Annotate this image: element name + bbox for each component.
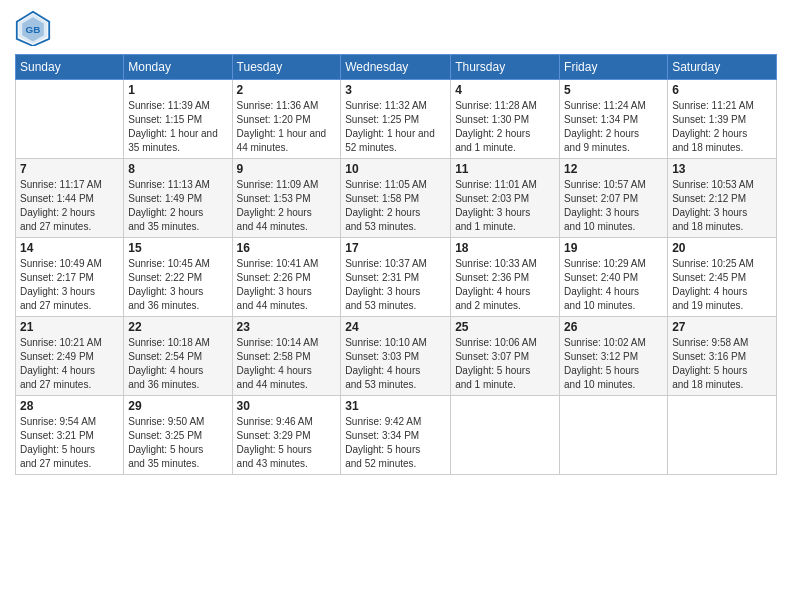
day-number: 2	[237, 83, 337, 97]
week-row-2: 7Sunrise: 11:17 AM Sunset: 1:44 PM Dayli…	[16, 159, 777, 238]
day-number: 17	[345, 241, 446, 255]
day-cell: 10Sunrise: 11:05 AM Sunset: 1:58 PM Dayl…	[341, 159, 451, 238]
day-cell	[451, 396, 560, 475]
day-cell: 7Sunrise: 11:17 AM Sunset: 1:44 PM Dayli…	[16, 159, 124, 238]
day-info: Sunrise: 10:10 AM Sunset: 3:03 PM Daylig…	[345, 336, 446, 392]
week-row-3: 14Sunrise: 10:49 AM Sunset: 2:17 PM Dayl…	[16, 238, 777, 317]
header: GB	[15, 10, 777, 46]
day-info: Sunrise: 10:02 AM Sunset: 3:12 PM Daylig…	[564, 336, 663, 392]
day-number: 19	[564, 241, 663, 255]
day-info: Sunrise: 10:29 AM Sunset: 2:40 PM Daylig…	[564, 257, 663, 313]
day-cell: 16Sunrise: 10:41 AM Sunset: 2:26 PM Dayl…	[232, 238, 341, 317]
day-cell: 25Sunrise: 10:06 AM Sunset: 3:07 PM Dayl…	[451, 317, 560, 396]
day-number: 15	[128, 241, 227, 255]
day-cell: 27Sunrise: 9:58 AM Sunset: 3:16 PM Dayli…	[668, 317, 777, 396]
header-cell-sunday: Sunday	[16, 55, 124, 80]
day-info: Sunrise: 11:21 AM Sunset: 1:39 PM Daylig…	[672, 99, 772, 155]
day-info: Sunrise: 10:53 AM Sunset: 2:12 PM Daylig…	[672, 178, 772, 234]
day-number: 6	[672, 83, 772, 97]
day-info: Sunrise: 10:49 AM Sunset: 2:17 PM Daylig…	[20, 257, 119, 313]
day-info: Sunrise: 10:14 AM Sunset: 2:58 PM Daylig…	[237, 336, 337, 392]
day-number: 29	[128, 399, 227, 413]
day-cell: 18Sunrise: 10:33 AM Sunset: 2:36 PM Dayl…	[451, 238, 560, 317]
day-number: 4	[455, 83, 555, 97]
day-info: Sunrise: 9:58 AM Sunset: 3:16 PM Dayligh…	[672, 336, 772, 392]
day-info: Sunrise: 11:24 AM Sunset: 1:34 PM Daylig…	[564, 99, 663, 155]
day-cell: 2Sunrise: 11:36 AM Sunset: 1:20 PM Dayli…	[232, 80, 341, 159]
day-cell: 12Sunrise: 10:57 AM Sunset: 2:07 PM Dayl…	[560, 159, 668, 238]
day-cell	[16, 80, 124, 159]
day-cell: 1Sunrise: 11:39 AM Sunset: 1:15 PM Dayli…	[124, 80, 232, 159]
day-info: Sunrise: 9:50 AM Sunset: 3:25 PM Dayligh…	[128, 415, 227, 471]
logo: GB	[15, 10, 57, 46]
day-number: 24	[345, 320, 446, 334]
week-row-5: 28Sunrise: 9:54 AM Sunset: 3:21 PM Dayli…	[16, 396, 777, 475]
calendar-header: SundayMondayTuesdayWednesdayThursdayFrid…	[16, 55, 777, 80]
day-info: Sunrise: 11:01 AM Sunset: 2:03 PM Daylig…	[455, 178, 555, 234]
day-cell: 4Sunrise: 11:28 AM Sunset: 1:30 PM Dayli…	[451, 80, 560, 159]
header-cell-wednesday: Wednesday	[341, 55, 451, 80]
day-cell: 21Sunrise: 10:21 AM Sunset: 2:49 PM Dayl…	[16, 317, 124, 396]
day-info: Sunrise: 11:39 AM Sunset: 1:15 PM Daylig…	[128, 99, 227, 155]
day-cell: 19Sunrise: 10:29 AM Sunset: 2:40 PM Dayl…	[560, 238, 668, 317]
day-info: Sunrise: 10:41 AM Sunset: 2:26 PM Daylig…	[237, 257, 337, 313]
calendar-body: 1Sunrise: 11:39 AM Sunset: 1:15 PM Dayli…	[16, 80, 777, 475]
header-cell-saturday: Saturday	[668, 55, 777, 80]
day-number: 5	[564, 83, 663, 97]
day-number: 27	[672, 320, 772, 334]
day-cell: 5Sunrise: 11:24 AM Sunset: 1:34 PM Dayli…	[560, 80, 668, 159]
header-cell-monday: Monday	[124, 55, 232, 80]
day-cell: 9Sunrise: 11:09 AM Sunset: 1:53 PM Dayli…	[232, 159, 341, 238]
day-cell: 24Sunrise: 10:10 AM Sunset: 3:03 PM Dayl…	[341, 317, 451, 396]
day-number: 20	[672, 241, 772, 255]
day-cell: 26Sunrise: 10:02 AM Sunset: 3:12 PM Dayl…	[560, 317, 668, 396]
day-cell	[668, 396, 777, 475]
day-cell: 6Sunrise: 11:21 AM Sunset: 1:39 PM Dayli…	[668, 80, 777, 159]
day-cell: 14Sunrise: 10:49 AM Sunset: 2:17 PM Dayl…	[16, 238, 124, 317]
day-cell: 20Sunrise: 10:25 AM Sunset: 2:45 PM Dayl…	[668, 238, 777, 317]
day-info: Sunrise: 10:21 AM Sunset: 2:49 PM Daylig…	[20, 336, 119, 392]
day-cell: 8Sunrise: 11:13 AM Sunset: 1:49 PM Dayli…	[124, 159, 232, 238]
page: GB SundayMondayTuesdayWednesdayThursdayF…	[0, 0, 792, 612]
day-number: 11	[455, 162, 555, 176]
day-cell: 30Sunrise: 9:46 AM Sunset: 3:29 PM Dayli…	[232, 396, 341, 475]
day-number: 22	[128, 320, 227, 334]
week-row-4: 21Sunrise: 10:21 AM Sunset: 2:49 PM Dayl…	[16, 317, 777, 396]
day-number: 7	[20, 162, 119, 176]
day-number: 31	[345, 399, 446, 413]
day-cell: 22Sunrise: 10:18 AM Sunset: 2:54 PM Dayl…	[124, 317, 232, 396]
header-cell-tuesday: Tuesday	[232, 55, 341, 80]
day-info: Sunrise: 11:05 AM Sunset: 1:58 PM Daylig…	[345, 178, 446, 234]
day-number: 23	[237, 320, 337, 334]
day-cell: 17Sunrise: 10:37 AM Sunset: 2:31 PM Dayl…	[341, 238, 451, 317]
day-info: Sunrise: 11:32 AM Sunset: 1:25 PM Daylig…	[345, 99, 446, 155]
day-info: Sunrise: 10:18 AM Sunset: 2:54 PM Daylig…	[128, 336, 227, 392]
day-number: 10	[345, 162, 446, 176]
day-cell: 31Sunrise: 9:42 AM Sunset: 3:34 PM Dayli…	[341, 396, 451, 475]
day-cell: 15Sunrise: 10:45 AM Sunset: 2:22 PM Dayl…	[124, 238, 232, 317]
day-number: 14	[20, 241, 119, 255]
day-info: Sunrise: 11:17 AM Sunset: 1:44 PM Daylig…	[20, 178, 119, 234]
day-info: Sunrise: 11:28 AM Sunset: 1:30 PM Daylig…	[455, 99, 555, 155]
day-number: 28	[20, 399, 119, 413]
day-number: 30	[237, 399, 337, 413]
day-cell: 11Sunrise: 11:01 AM Sunset: 2:03 PM Dayl…	[451, 159, 560, 238]
day-number: 9	[237, 162, 337, 176]
week-row-1: 1Sunrise: 11:39 AM Sunset: 1:15 PM Dayli…	[16, 80, 777, 159]
day-number: 26	[564, 320, 663, 334]
day-cell: 3Sunrise: 11:32 AM Sunset: 1:25 PM Dayli…	[341, 80, 451, 159]
day-number: 18	[455, 241, 555, 255]
header-cell-thursday: Thursday	[451, 55, 560, 80]
day-number: 21	[20, 320, 119, 334]
day-cell: 13Sunrise: 10:53 AM Sunset: 2:12 PM Dayl…	[668, 159, 777, 238]
svg-text:GB: GB	[26, 24, 41, 35]
day-info: Sunrise: 9:54 AM Sunset: 3:21 PM Dayligh…	[20, 415, 119, 471]
day-number: 1	[128, 83, 227, 97]
calendar-table: SundayMondayTuesdayWednesdayThursdayFrid…	[15, 54, 777, 475]
day-info: Sunrise: 10:33 AM Sunset: 2:36 PM Daylig…	[455, 257, 555, 313]
day-number: 8	[128, 162, 227, 176]
day-number: 25	[455, 320, 555, 334]
day-info: Sunrise: 10:25 AM Sunset: 2:45 PM Daylig…	[672, 257, 772, 313]
day-number: 3	[345, 83, 446, 97]
header-row: SundayMondayTuesdayWednesdayThursdayFrid…	[16, 55, 777, 80]
